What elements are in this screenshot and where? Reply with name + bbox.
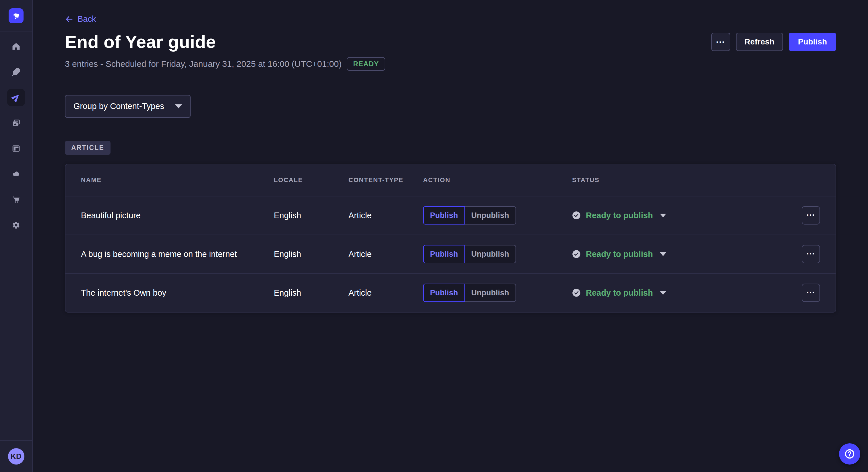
entry-status-label: Ready to publish [586,211,653,220]
entry-status-label: Ready to publish [586,249,653,259]
avatar[interactable]: KD [8,448,24,465]
entry-name: Beautiful picture [81,211,274,220]
row-publish-button[interactable]: Publish [423,206,465,225]
entry-status[interactable]: Ready to publish [572,249,786,259]
entry-content-type: Article [348,249,423,259]
check-circle-icon [572,289,581,297]
back-link[interactable]: Back [65,14,96,24]
row-publish-button[interactable]: Publish [423,283,465,302]
group-by-select[interactable]: Group by Content-Types [65,95,191,118]
paper-plane-icon [11,93,21,102]
help-button[interactable] [839,443,860,465]
layout-icon [12,144,20,153]
page-header: Back End of Year guide 3 entries - Sched… [65,0,836,71]
chevron-down-icon [660,252,666,256]
sidebar-item-home[interactable] [7,38,25,55]
row-unpublish-button[interactable]: Unpublish [465,206,516,225]
chevron-down-icon [660,214,666,217]
sidebar-item-deploy[interactable] [7,165,25,183]
check-circle-icon [572,250,581,258]
content-type-group-badge: ARTICLE [65,141,111,155]
page-title: End of Year guide [65,32,385,52]
row-menu-button[interactable]: ⋯ [802,245,820,263]
column-header-content-type: CONTENT-TYPE [348,176,423,184]
entry-locale: English [274,249,348,259]
home-icon [12,42,20,51]
back-label: Back [78,14,96,24]
column-header-locale: LOCALE [274,176,348,184]
logo-section [0,0,32,32]
entry-name: A bug is becoming a meme on the internet [81,249,274,259]
release-subtitle: 3 entries - Scheduled for Friday, Januar… [65,59,342,69]
more-actions-button[interactable]: ⋯ [711,33,730,51]
check-circle-icon [572,211,581,220]
images-icon [12,119,20,127]
cart-icon [12,195,20,204]
header-left: Back End of Year guide 3 entries - Sched… [65,14,385,71]
sidebar-item-content-manager[interactable] [7,63,25,80]
strapi-logo-icon [12,11,20,20]
table-row: Beautiful picture English Article Publis… [65,196,836,235]
entries-table: NAME LOCALE CONTENT-TYPE ACTION STATUS B… [65,164,836,312]
entry-status[interactable]: Ready to publish [572,288,786,298]
column-header-status: STATUS [572,176,786,184]
entry-status[interactable]: Ready to publish [572,211,786,220]
refresh-button[interactable]: Refresh [736,33,783,51]
subtitle-row: 3 entries - Scheduled for Friday, Januar… [65,57,385,71]
row-menu-button[interactable]: ⋯ [802,206,820,225]
entry-content-type: Article [348,211,423,220]
sidebar-item-marketplace[interactable] [7,191,25,208]
row-publish-button[interactable]: Publish [423,245,465,263]
sidebar: KD [0,0,33,472]
gear-icon [12,221,20,229]
feather-icon [12,68,20,76]
row-menu-button[interactable]: ⋯ [802,283,820,302]
strapi-logo[interactable] [9,8,24,23]
main-content: Back End of Year guide 3 entries - Sched… [33,0,868,472]
sidebar-footer: KD [0,440,32,472]
sidebar-item-releases[interactable] [7,89,25,106]
entry-locale: English [274,288,348,298]
entry-action-group: Publish Unpublish [423,283,572,302]
chevron-down-icon [660,291,666,295]
sidebar-item-content-type-builder[interactable] [7,140,25,157]
column-header-action: ACTION [423,176,572,184]
entry-name: The internet's Own boy [81,288,274,298]
row-unpublish-button[interactable]: Unpublish [465,283,516,302]
table-row: A bug is becoming a meme on the internet… [65,235,836,273]
row-unpublish-button[interactable]: Unpublish [465,245,516,263]
entry-content-type: Article [348,288,423,298]
entry-action-group: Publish Unpublish [423,206,572,225]
chevron-down-icon [175,104,182,108]
question-mark-icon [844,448,856,460]
status-badge: READY [347,57,385,71]
publish-release-button[interactable]: Publish [789,33,836,51]
column-header-name: NAME [81,176,274,184]
arrow-left-icon [65,15,73,24]
cloud-icon [11,169,21,179]
sidebar-nav [7,32,25,234]
sidebar-item-media-library[interactable] [7,114,25,132]
entry-locale: English [274,211,348,220]
header-actions: ⋯ Refresh Publish [711,33,836,51]
sidebar-item-settings[interactable] [7,216,25,234]
table-row: The internet's Own boy English Article P… [65,273,836,312]
table-header-row: NAME LOCALE CONTENT-TYPE ACTION STATUS [65,164,836,196]
entry-status-label: Ready to publish [586,288,653,298]
group-by-value: Group by Content-Types [73,102,164,111]
entry-action-group: Publish Unpublish [423,245,572,263]
